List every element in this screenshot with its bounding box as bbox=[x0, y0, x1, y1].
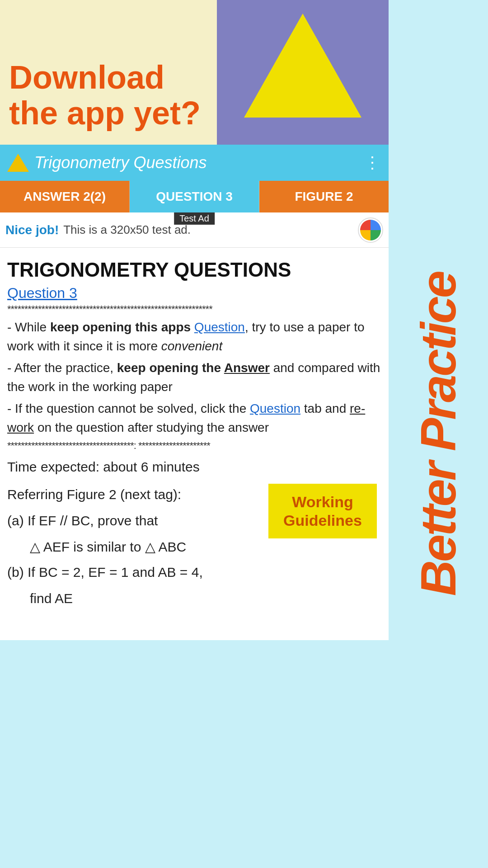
ad-label: Test Ad bbox=[174, 212, 215, 225]
banner-triangle-icon bbox=[244, 14, 361, 118]
nav-triangle-icon bbox=[7, 154, 29, 172]
question-section: Referring Figure 2 (next tag): Working G… bbox=[7, 484, 381, 609]
banner-purple-bg bbox=[217, 0, 389, 145]
part-a-sub: △ AEF is similar to △ ABC bbox=[30, 536, 381, 558]
nav-title: Trigonometry Questions bbox=[34, 153, 359, 172]
content-area: TRIGONOMETRY QUESTIONS Question 3 ******… bbox=[0, 248, 389, 640]
ad-logo-circle bbox=[360, 220, 381, 241]
top-navigation: Trigonometry Questions ⋮ bbox=[0, 145, 389, 181]
rework-link[interactable]: re-work bbox=[7, 401, 365, 434]
nav-menu-icon[interactable]: ⋮ bbox=[364, 153, 381, 172]
tab-question[interactable]: QUESTION 3 bbox=[130, 181, 259, 212]
tab-figure[interactable]: FIGURE 2 bbox=[259, 181, 389, 212]
bold-text-2: keep opening the Answer bbox=[117, 361, 270, 375]
italic-text-1: convenient bbox=[161, 339, 222, 353]
part-b-sub: find AE bbox=[30, 588, 381, 609]
ad-strip: Test Ad Nice job! This is a 320x50 test … bbox=[0, 212, 389, 248]
working-guidelines-button[interactable]: Working Guidelines bbox=[268, 484, 377, 539]
divider-top: ****************************************… bbox=[7, 303, 381, 315]
banner-ad: Download the app yet? bbox=[0, 0, 389, 145]
part-b-label: (b) If BC = 2, EF = 1 and AB = 4, bbox=[7, 561, 381, 583]
instruction-2: - After the practice, keep opening the A… bbox=[7, 359, 381, 396]
bold-text-1: keep opening this apps bbox=[50, 320, 191, 334]
answer-link[interactable]: Answer bbox=[224, 361, 270, 375]
ad-description: This is a 320x50 test ad. bbox=[63, 223, 353, 237]
side-panel: Better Practice bbox=[389, 0, 488, 868]
time-expected: Time expected: about 6 minutes bbox=[7, 459, 381, 475]
tab-bar: ANSWER 2(2) QUESTION 3 FIGURE 2 bbox=[0, 181, 389, 212]
tab-answer[interactable]: ANSWER 2(2) bbox=[0, 181, 130, 212]
divider-bottom: *************************************: *… bbox=[7, 440, 381, 452]
question-link[interactable]: Question 3 bbox=[7, 285, 381, 302]
instruction-1: - While keep opening this apps Question,… bbox=[7, 318, 381, 356]
banner-text: Download the app yet? bbox=[9, 60, 201, 131]
better-practice-text: Better Practice bbox=[413, 272, 463, 596]
ad-nice-text: Nice job! bbox=[5, 223, 59, 237]
page-title: TRIGONOMETRY QUESTIONS bbox=[7, 259, 381, 281]
question-link-inline[interactable]: Question bbox=[194, 320, 245, 334]
ad-logo bbox=[358, 217, 383, 243]
question-tab-link[interactable]: Question bbox=[250, 401, 300, 415]
instruction-3: - If the question cannot be solved, clic… bbox=[7, 399, 381, 437]
